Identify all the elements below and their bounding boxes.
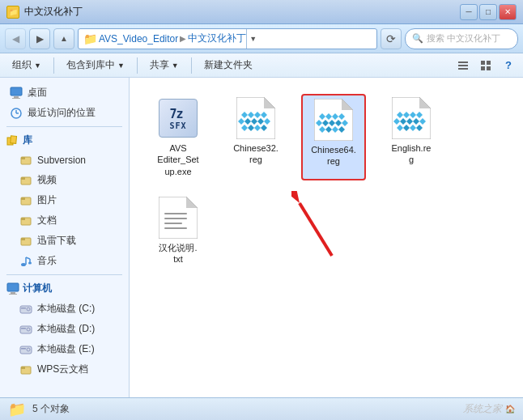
disk-e-label: 本地磁盘 (E:) [37,342,95,356]
sidebar-section-computer[interactable]: 计算机 [0,278,129,299]
desktop-icon [10,87,23,100]
svg-marker-92 [186,197,198,208]
svg-rect-43 [21,367,25,369]
close-button[interactable]: ✕ [499,4,517,20]
svg-rect-95 [164,223,182,224]
title-buttons: ─ □ ✕ [460,4,517,20]
file-item-avs[interactable]: 7z SFX AVS Editer_Set up.exe [146,94,210,180]
toolbar-sep1 [53,57,54,74]
library-label: 库 [23,134,32,147]
music-icon [19,255,32,268]
svg-rect-31 [11,292,15,294]
readme-icon [157,197,199,239]
tiles-view-icon [480,60,491,71]
sidebar-item-disk-e[interactable]: 本地磁盘 (E:) [0,339,129,359]
new-folder-button[interactable]: 新建文件夹 [197,55,260,75]
docs-label: 文档 [37,214,57,227]
computer-icon [6,282,19,295]
up-icon: ▲ [60,34,68,43]
search-placeholder: 搜索 中文汉化补丁 [427,32,500,45]
sidebar-item-wps[interactable]: WPS云文档 [0,359,129,380]
sidebar-item-recent[interactable]: 最近访问的位置 [0,103,129,123]
svg-rect-18 [21,177,25,180]
sidebar-item-docs[interactable]: 文档 [0,210,129,231]
svg-rect-94 [164,218,187,219]
address-dropdown-button[interactable]: ▼ [246,29,259,49]
wps-icon [19,363,32,376]
sidebar-item-thunder[interactable]: 迅雷下载 [0,231,129,251]
sidebar-divider2 [6,274,122,275]
english-label: English.re g [392,142,432,166]
svg-point-29 [28,261,32,264]
images-label: 图片 [37,193,57,207]
main-area: 桌面 最近访问的位置 库 Subversion 视频 [0,78,523,397]
svg-rect-22 [21,218,25,220]
address-part1: AVS_Video_Editor [99,33,178,45]
file-item-chinese64[interactable]: Chinese64. reg [301,94,366,180]
reg-file-icon [236,97,275,139]
window-title: 中文汉化补丁 [24,5,83,19]
up-button[interactable]: ▲ [53,28,74,49]
recent-icon [10,107,23,120]
svg-line-45 [300,203,332,256]
computer-label: 计算机 [23,282,52,295]
toolbar: 组织 ▼ 包含到库中 ▼ 共享 ▼ 新建文件夹 ? [0,53,523,78]
organize-button[interactable]: 组织 ▼ [5,55,49,75]
back-button[interactable]: ◀ [5,28,26,49]
sidebar-item-images[interactable]: 图片 [0,190,129,210]
include-label: 包含到库中 [66,58,115,72]
svg-rect-6 [487,66,491,70]
status-count: 5 个对象 [32,402,70,416]
address-parts: 📁 AVS_Video_Editor ▶ 中文汉化补丁 [83,32,246,45]
avs-icon: 7z SFX [157,97,199,139]
thunder-icon [19,235,32,248]
desktop-label: 桌面 [28,86,47,100]
sidebar-item-videos[interactable]: 视频 [0,170,129,190]
sidebar-section-library[interactable]: 库 [0,130,129,151]
file-item-readme[interactable]: 汉化说明. txt [146,193,210,269]
view-details-button[interactable] [453,57,473,74]
address-bar[interactable]: 📁 AVS_Video_Editor ▶ 中文汉化补丁 ▼ [78,28,377,49]
share-button[interactable]: 共享 ▼ [142,55,186,75]
organize-dropdown-icon: ▼ [34,62,41,70]
forward-button[interactable]: ▶ [29,28,50,49]
images-icon [19,194,32,207]
txt-file-icon [159,197,198,239]
nav-bar: ◀ ▶ ▲ 📁 AVS_Video_Editor ▶ 中文汉化补丁 ▼ ⟳ 🔍 … [0,24,523,53]
svg-rect-1 [458,65,468,66]
sidebar-item-music[interactable]: 音乐 [0,251,129,271]
folder-status-icon: 📁 [8,401,26,418]
sidebar-item-disk-d[interactable]: 本地磁盘 (D:) [0,319,129,339]
svg-rect-0 [458,62,468,63]
toolbar-right: ? [453,57,518,74]
view-tiles-button[interactable] [476,57,495,74]
sidebar-item-subversion[interactable]: Subversion [0,151,129,170]
refresh-icon: ⟳ [386,32,396,45]
refresh-button[interactable]: ⟳ [381,28,402,49]
address-part2: 中文汉化补丁 [188,32,246,45]
english-icon [390,97,432,139]
sidebar-item-disk-c[interactable]: 本地磁盘 (C:) [0,299,129,319]
file-item-english[interactable]: English.re g [379,94,444,180]
file-item-chinese32[interactable]: Chinese32. reg [223,94,288,180]
forward-icon: ▶ [36,33,44,45]
readme-label: 汉化说明. txt [159,242,197,265]
disk-d-label: 本地磁盘 (D:) [37,322,95,336]
toolbar-sep3 [191,57,192,74]
docs-icon [19,214,32,227]
minimize-button[interactable]: ─ [460,4,478,20]
svg-rect-7 [11,87,22,95]
sidebar-item-desktop[interactable]: 桌面 [0,83,129,103]
svg-rect-38 [21,328,26,329]
sidebar-divider1 [6,126,122,127]
thunder-label: 迅雷下载 [37,234,76,248]
search-bar[interactable]: 🔍 搜索 中文汉化补丁 [405,28,518,49]
chinese64-icon [313,99,355,141]
7zsfx-icon: 7z SFX [159,99,198,138]
help-button[interactable]: ? [499,57,518,74]
svg-rect-96 [164,227,187,229]
svg-rect-16 [21,157,25,159]
include-button[interactable]: 包含到库中 ▼ [59,55,132,75]
maximize-button[interactable]: □ [479,4,497,20]
svg-rect-3 [481,61,485,65]
